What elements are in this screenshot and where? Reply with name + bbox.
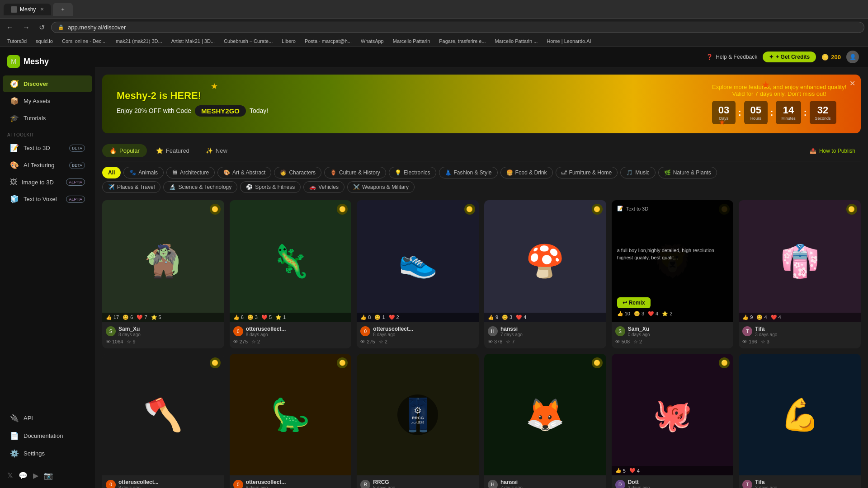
filter-fashion-label: Fashion & Style [454,169,492,176]
asset-card-2[interactable]: 🦎 🟡 👍 6 😊 3 ❤️ 5 ⭐ 1 0 [230,200,352,348]
asset-card-5[interactable]: 🦁 🟡 📝 Text to 3D a full boy lion,highly … [612,200,734,348]
filter-nature-label: Nature & Plants [673,169,711,176]
filter-food-drink[interactable]: 🍔 Food & Drink [500,167,553,178]
asset-card-3[interactable]: 👟 🟡 👍 8 😊 1 ❤️ 2 0 otteruscollect... [357,200,479,348]
user-name-1: Sam_Xu [118,326,141,332]
asset-card-12[interactable]: 💪 T Tifa 3 days ago 👁 196 ☆ 3 [739,354,861,488]
reload-btn[interactable]: ↺ [36,22,47,33]
logo-text: Meshy [24,57,49,66]
asset-badge-10: 🟡 [592,357,603,368]
bookmark-7[interactable]: Posta - marcpat@h... [301,38,355,45]
bookmark-8[interactable]: WhatsApp [357,38,387,45]
filter-architecture[interactable]: 🏛 Architecture [166,167,215,178]
asset-badge-6: 🟡 [846,204,857,215]
bookmark-12[interactable]: Home | Leonardo.AI [543,38,594,45]
filter-weapons-military[interactable]: ⚔️ Weapons & Military [347,181,415,193]
filter-culture-history[interactable]: 🏺 Culture & History [324,167,386,178]
address-bar[interactable]: 🔒 app.meshy.ai/discover [51,22,864,33]
sidebar-item-text-to-voxel[interactable]: 🧊 Text to Voxel ALPHA [3,191,92,207]
asset-card-6[interactable]: 👘 🟡 👍 9 😊 4 ❤️ 4 T Tifa [739,200,861,348]
filter-sports-fitness[interactable]: ⚽ Sports & Fitness [240,181,301,193]
sidebar-item-my-assets[interactable]: 📦 My Assets [3,93,92,109]
art-icon: 🎨 [223,169,230,176]
sidebar-nav: 🧭 Discover 📦 My Assets 🎓 Tutorials AI To… [0,75,95,391]
asset-card-11[interactable]: 🐙 🟡 👍 5 ❤️ 4 D Dott 3 days ago [612,354,734,488]
sidebar-item-api[interactable]: 🔌 API [3,410,92,427]
new-tab-btn[interactable]: ＋ [53,3,73,16]
asset-user-9: R RRCG 8 days ago [360,479,475,488]
filter-places-travel[interactable]: ✈️ Places & Travel [102,181,160,193]
active-tab[interactable]: Meshy ✕ [4,4,51,15]
twitter-icon[interactable]: 𝕏 [7,471,13,480]
stat-likes-2: 👍 6 [233,314,244,320]
api-label: API [24,415,33,422]
api-icon: 🔌 [10,414,19,422]
sidebar-item-discover[interactable]: 🧭 Discover [3,75,92,92]
asset-card-10[interactable]: 🦊 🟡 H hanssi 7 days ago 👁 378 [484,354,606,488]
asset-card-8[interactable]: 🦕 🟡 0 otteruscollect... 8 days ago [230,354,352,488]
filter-art-abstract[interactable]: 🎨 Art & Abstract [217,167,271,178]
sidebar-item-ai-texturing[interactable]: 🎨 AI Texturing BETA [3,157,92,174]
filter-furniture-home[interactable]: 🛋 Furniture & Home [556,167,618,178]
bookmark-0[interactable]: Tutors3d [4,38,30,45]
stat-likes-6: 👍 9 [742,314,753,320]
meta-views-3: 👁 275 [360,339,375,344]
filter-characters[interactable]: 🧑 Characters [274,167,321,178]
user-avatar[interactable]: 👤 [846,51,859,63]
filter-fashion-style[interactable]: 👗 Fashion & Style [439,167,498,178]
documentation-label: Documentation [24,432,63,439]
remix-btn[interactable]: ↩ Remix [617,297,651,308]
help-feedback-btn[interactable]: ❓ Help & Feedback [706,54,757,60]
filter-music-label: Music [635,169,649,176]
instagram-icon[interactable]: 📷 [44,471,53,480]
asset-card-1[interactable]: 🧌 🟡 👍 17 😊 6 ❤️ 7 ⭐ 5 S [102,200,224,348]
sidebar-item-tutorials[interactable]: 🎓 Tutorials [3,110,92,127]
filter-science-technology[interactable]: 🔬 Science & Technology [163,181,237,193]
bookmark-6[interactable]: Libero [278,38,299,45]
bookmark-10[interactable]: Pagare, trasferire e... [435,38,489,45]
asset-user-11: D Dott 3 days ago [615,479,730,488]
filter-furniture-label: Furniture & Home [569,169,612,176]
bookmark-9[interactable]: Marcello Pattarin [389,38,434,45]
user-name-11: Dott [628,479,650,485]
discord-icon[interactable]: 💬 [19,471,28,480]
asset-image-11: 🐙 🟡 👍 5 ❤️ 4 [612,354,734,476]
new-label: New [216,147,227,154]
asset-card-4[interactable]: 🍄 🟡 👍 9 😊 3 ❤️ 4 H hanssi [484,200,606,348]
tab-featured[interactable]: ⭐ Featured [149,144,197,157]
get-credits-btn[interactable]: ✦ + Get Credits [763,52,816,62]
how-to-publish-btn[interactable]: 📤 How to Publish [804,145,861,157]
sidebar-item-settings[interactable]: ⚙️ Settings [3,445,92,462]
sidebar-item-documentation[interactable]: 📄 Documentation [3,427,92,444]
filter-music[interactable]: 🎵 Music [620,167,655,178]
app-container: M Meshy 🧭 Discover 📦 My Assets 🎓 Tutoria… [0,47,868,488]
youtube-icon[interactable]: ▶ [33,471,38,480]
tab-popular[interactable]: 🔥 Popular [102,144,147,157]
sidebar: M Meshy 🧭 Discover 📦 My Assets 🎓 Tutoria… [0,47,95,488]
back-btn[interactable]: ← [4,23,16,33]
sidebar-item-image-to-3d[interactable]: 🖼 Image to 3D ALPHA [3,174,92,190]
forward-btn[interactable]: → [20,23,33,33]
filter-all[interactable]: All [102,167,121,178]
asset-badge-11: 🟡 [719,357,730,368]
tab-new[interactable]: ✨ New [198,144,235,157]
bookmark-1[interactable]: squid.io [32,38,57,45]
bookmark-2[interactable]: Corsi online - Deci... [58,38,110,45]
bookmark-4[interactable]: Artist: Mak21 | 3D... [168,38,218,45]
bookmark-11[interactable]: Marcello Pattarin ... [491,38,542,45]
filter-vehicles[interactable]: 🚗 Vehicles [303,181,344,193]
tab-close[interactable]: ✕ [40,7,44,12]
bookmark-3[interactable]: mak21 (mak21) 3D... [112,38,166,45]
asset-image-1: 🧌 🟡 👍 17 😊 6 ❤️ 7 ⭐ 5 [102,200,224,322]
user-avatar-8: 0 [233,480,243,488]
asset-card-9[interactable]: 👖 ⚙ RRCG 人人素材 R RRCG 8 days ago [357,354,479,488]
sidebar-item-text-to-3d[interactable]: 📝 Text to 3D BETA [3,140,92,156]
user-avatar-11: D [615,480,625,488]
bookmark-5[interactable]: Cubebrush – Curate... [220,38,276,45]
filter-electronics[interactable]: 💡 Electronics [389,167,436,178]
banner-close-btn[interactable]: ✕ [849,79,855,88]
filter-nature-plants[interactable]: 🌿 Nature & Plants [658,167,717,178]
asset-card-7[interactable]: 🪓 🟡 0 otteruscollect... 8 days ago [102,354,224,488]
filter-animals[interactable]: 🐾 Animals [123,167,164,178]
asset-image-12: 💪 [739,354,861,476]
